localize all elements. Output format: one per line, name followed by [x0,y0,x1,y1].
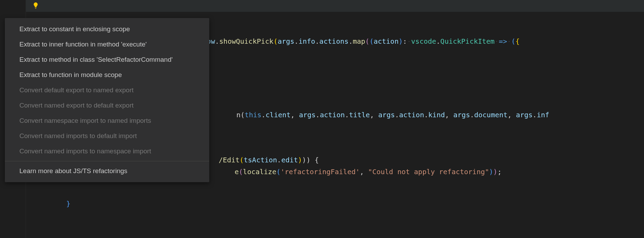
menu-item-refactor: Convert named imports to default import [5,128,209,144]
menu-item-refactor[interactable]: Extract to function in module scope [5,67,209,83]
code-editor[interactable]: → const·selected = await·vscode.window.s… [0,0,644,238]
menu-item-learn-more[interactable]: Learn more about JS/TS refactorings [5,163,209,179]
code-line[interactable]: → const·selected = await·vscode.window.s… [26,0,644,12]
code-token: } [66,199,70,208]
svg-rect-0 [35,8,37,8]
menu-separator [5,161,209,161]
svg-rect-1 [35,8,36,9]
menu-item-refactor: Convert namespace import to named import… [5,113,209,128]
menu-item-refactor[interactable]: Extract to inner function in method 'exe… [5,37,209,52]
code-token: e(localize('refactoringFailed', "Could n… [235,168,502,176]
code-line[interactable]: } [26,186,644,198]
code-token: n(this.client, args.action.title, args.a… [236,111,549,119]
code-action-menu: Extract to constant in enclosing scopeEx… [5,18,209,182]
menu-item-refactor[interactable]: Extract to method in class 'SelectRefact… [5,52,209,67]
menu-item-refactor: Convert named imports to namespace impor… [5,144,209,159]
menu-item-refactor: Convert default export to named export [5,83,209,98]
lightbulb-icon[interactable] [32,2,39,9]
menu-item-refactor: Convert named export to default export [5,98,209,113]
menu-item-refactor[interactable]: Extract to constant in enclosing scope [5,22,209,37]
